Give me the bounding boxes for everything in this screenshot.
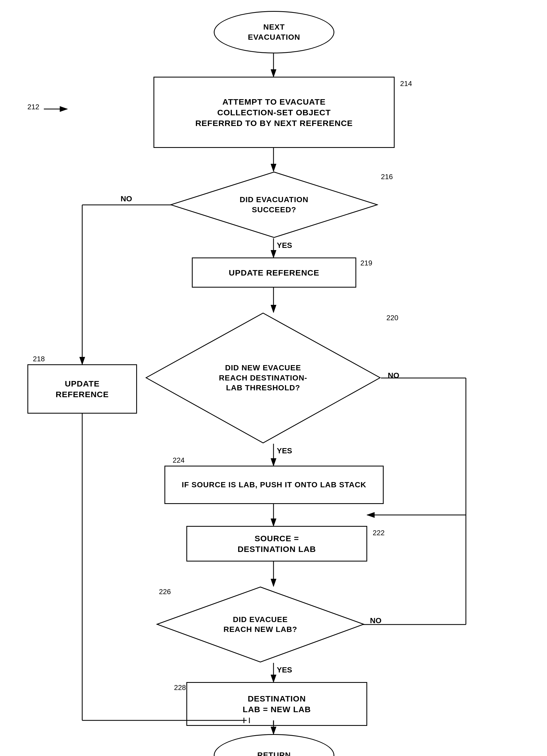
- no-label-220: NO: [388, 371, 399, 380]
- ref-220: 220: [387, 314, 398, 322]
- ref-214: 214: [400, 79, 412, 88]
- if-source-is-lab-box: IF SOURCE IS LAB, PUSH IT ONTO LAB STACK: [164, 466, 384, 504]
- no-label-216: NO: [121, 194, 132, 203]
- did-new-evacuee-diamond: DID NEW EVACUEE REACH DESTINATION- LAB T…: [145, 312, 381, 444]
- ref-212: 212: [27, 103, 39, 111]
- did-evacuee-reach-diamond: DID EVACUEE REACH NEW LAB?: [156, 586, 365, 663]
- ref-222: 222: [373, 529, 385, 537]
- ref212-arrow: [44, 106, 71, 112]
- ref-228: 228: [174, 683, 186, 692]
- ref-224: 224: [173, 456, 184, 465]
- yes-label-216: YES: [277, 241, 292, 250]
- next-evacuation-shape: NEXT EVACUATION: [214, 11, 334, 53]
- update-reference-218-box: UPDATE REFERENCE: [27, 364, 137, 414]
- ref-216: 216: [381, 173, 393, 181]
- yes-label-226: YES: [277, 666, 292, 674]
- return-shape: RETURN: [214, 734, 334, 756]
- ref-226: 226: [159, 588, 171, 596]
- did-evacuation-succeed-diamond: DID EVACUATION SUCCEED?: [170, 171, 378, 238]
- update-reference-219-box: UPDATE REFERENCE: [192, 257, 356, 288]
- attempt-evacuate-box: ATTEMPT TO EVACUATE COLLECTION-SET OBJEC…: [153, 77, 395, 148]
- source-eq-dest-box: SOURCE = DESTINATION LAB: [186, 526, 367, 562]
- flowchart-diagram: NEXT EVACUATION ATTEMPT TO EVACUATE COLL…: [0, 0, 547, 756]
- destination-lab-box: DESTINATION LAB = NEW LAB: [186, 682, 367, 726]
- ref-218: 218: [33, 355, 45, 363]
- no-label-226: NO: [370, 616, 382, 625]
- ref-219: 219: [360, 259, 372, 267]
- yes-label-220: YES: [277, 446, 292, 455]
